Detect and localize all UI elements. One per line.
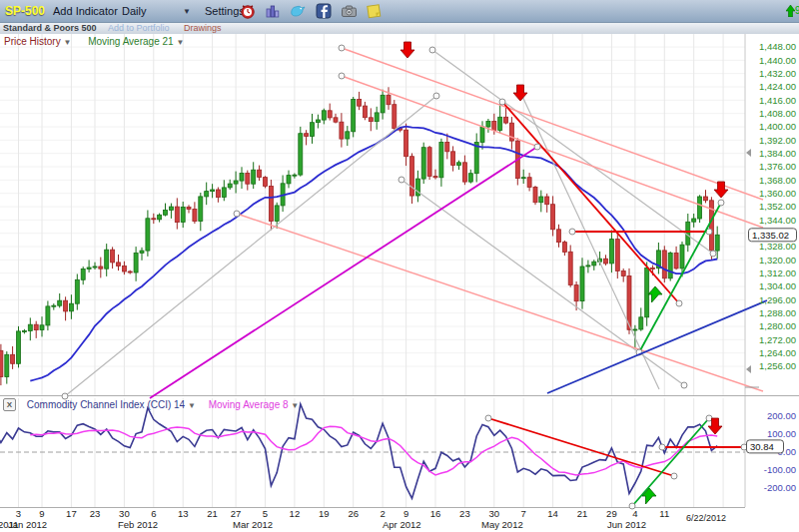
- cci-ma-line: [30, 426, 717, 475]
- svg-text:6: 6: [151, 508, 156, 519]
- drawings-link[interactable]: Drawings: [184, 23, 222, 33]
- drawing-handle: [399, 177, 404, 183]
- moving-average-8-selector[interactable]: Moving Average 8 ▼: [209, 399, 300, 410]
- svg-text:27: 27: [231, 508, 242, 519]
- svg-text:21: 21: [577, 508, 588, 519]
- svg-text:1,384.00: 1,384.00: [759, 148, 796, 159]
- svg-text:Jun 2012: Jun 2012: [607, 519, 646, 530]
- svg-text:1,400.00: 1,400.00: [759, 121, 796, 132]
- price-pane-trendlines[interactable]: [62, 45, 767, 399]
- drawing-handle: [499, 99, 505, 105]
- svg-text:Jan 2012: Jan 2012: [8, 519, 47, 530]
- drawing-handle: [485, 415, 491, 421]
- cci-pane-trendlines[interactable]: [485, 415, 747, 509]
- axis-scroll-up-icon: [746, 149, 751, 157]
- svg-text:30: 30: [489, 508, 500, 519]
- svg-text:9: 9: [403, 508, 408, 519]
- moving-average-21-selector[interactable]: Moving Average 21 ▼: [88, 36, 184, 47]
- svg-text:200.00: 200.00: [767, 410, 796, 421]
- add-to-portfolio-link[interactable]: Add to Portfolio: [108, 23, 170, 33]
- add-indicator-button[interactable]: Add Indicator: [53, 5, 118, 17]
- chevron-down-icon: ▼: [176, 38, 184, 47]
- close-indicator-button[interactable]: X: [3, 398, 16, 411]
- svg-text:30.84: 30.84: [750, 441, 774, 452]
- svg-text:1,368.00: 1,368.00: [759, 175, 796, 186]
- cci-axis[interactable]: 200.00100.000.00-100.00-200.0030.84: [747, 410, 797, 493]
- svg-text:23: 23: [90, 508, 101, 519]
- svg-text:11: 11: [659, 508, 669, 519]
- svg-text:1,440.00: 1,440.00: [759, 55, 796, 66]
- drawing-handle: [339, 45, 345, 51]
- date-axis[interactable]: 3917233061321275121926291623307142129411…: [0, 508, 726, 530]
- svg-text:Mar 2012: Mar 2012: [233, 519, 273, 530]
- svg-text:1,296.00: 1,296.00: [759, 294, 796, 305]
- chevron-down-icon: ▼: [188, 401, 196, 410]
- up-arrow-icon: [786, 5, 795, 17]
- svg-text:1,432.00: 1,432.00: [759, 68, 796, 79]
- cci-selector[interactable]: Commodity Channel Index (CCI) 14 ▼: [27, 399, 196, 410]
- drawing-handle: [569, 229, 575, 235]
- cci-pane-header: X Commodity Channel Index (CCI) 14 ▼ Mov…: [3, 398, 299, 411]
- svg-text:29: 29: [606, 508, 617, 519]
- drawing-handle: [681, 382, 687, 388]
- svg-text:7: 7: [521, 508, 526, 519]
- panel-borders: [0, 34, 799, 508]
- svg-text:1,304.00: 1,304.00: [759, 280, 796, 291]
- svg-text:100.00: 100.00: [767, 428, 796, 439]
- svg-text:30: 30: [119, 508, 130, 519]
- drawing-handle: [671, 473, 677, 479]
- drawing-handle: [659, 444, 665, 450]
- main-toolbar: SP-500 Add Indicator Daily ▼ Settings 9.…: [0, 0, 799, 23]
- svg-text:Apr 2012: Apr 2012: [383, 519, 421, 530]
- symbol-label[interactable]: SP-500: [5, 4, 45, 18]
- facebook-icon[interactable]: [316, 3, 332, 19]
- notes-icon[interactable]: [366, 3, 382, 19]
- trendline: [547, 300, 767, 393]
- svg-text:1,424.00: 1,424.00: [759, 81, 796, 92]
- snapshot-camera-icon[interactable]: [341, 3, 357, 19]
- down-arrow-marker: [714, 182, 728, 198]
- timeframe-dropdown-icon[interactable]: ▼: [183, 7, 191, 16]
- price-axis[interactable]: 1,256.001,264.001,272.001,280.001,288.00…: [745, 41, 797, 387]
- drawing-handle: [339, 73, 345, 79]
- trendline: [639, 203, 721, 352]
- svg-text:1,344.00: 1,344.00: [759, 215, 796, 226]
- svg-text:1,328.00: 1,328.00: [759, 241, 796, 252]
- svg-text:1,376.00: 1,376.00: [759, 161, 796, 172]
- cci-line: [0, 404, 717, 498]
- trendline: [519, 90, 659, 389]
- cci-pane-markers[interactable]: [642, 418, 722, 504]
- drawing-handle: [534, 144, 540, 150]
- chevron-down-icon: ▼: [291, 401, 299, 410]
- timeframe-select[interactable]: Daily: [122, 5, 146, 17]
- svg-text:1,352.00: 1,352.00: [759, 201, 796, 212]
- axis-scroll-down-icon: [746, 365, 751, 373]
- symbol-full-name: Standard & Poors 500: [3, 23, 97, 33]
- drawing-handle: [234, 211, 240, 217]
- drawing-handle: [718, 200, 724, 206]
- trendline: [237, 214, 763, 391]
- svg-text:1,272.00: 1,272.00: [759, 334, 796, 345]
- svg-text:2: 2: [380, 508, 385, 519]
- svg-text:23: 23: [459, 508, 470, 519]
- svg-text:May 2012: May 2012: [481, 519, 523, 530]
- twitter-icon[interactable]: [290, 3, 306, 19]
- market-data-icon[interactable]: [265, 3, 281, 19]
- svg-text:17: 17: [66, 508, 77, 519]
- trendline: [342, 48, 763, 200]
- chevron-down-icon: ▼: [63, 38, 71, 47]
- svg-text:19: 19: [319, 508, 330, 519]
- drawing-handle: [710, 251, 716, 257]
- svg-text:1,280.00: 1,280.00: [759, 320, 796, 331]
- svg-text:-200.00: -200.00: [764, 482, 796, 493]
- alerts-clock-icon[interactable]: [240, 3, 256, 19]
- chart-canvas[interactable]: 1,256.001,264.001,272.001,280.001,288.00…: [0, 0, 799, 532]
- svg-text:14: 14: [547, 508, 558, 519]
- svg-text:16: 16: [430, 508, 441, 519]
- drawing-handle: [676, 300, 682, 306]
- settings-button[interactable]: Settings: [205, 5, 245, 17]
- price-history-selector[interactable]: Price History ▼: [4, 36, 71, 47]
- svg-text:5: 5: [263, 508, 268, 519]
- svg-text:21: 21: [207, 508, 218, 519]
- symbol-row: Standard & Poors 500 Add to Portfolio Dr…: [0, 23, 799, 34]
